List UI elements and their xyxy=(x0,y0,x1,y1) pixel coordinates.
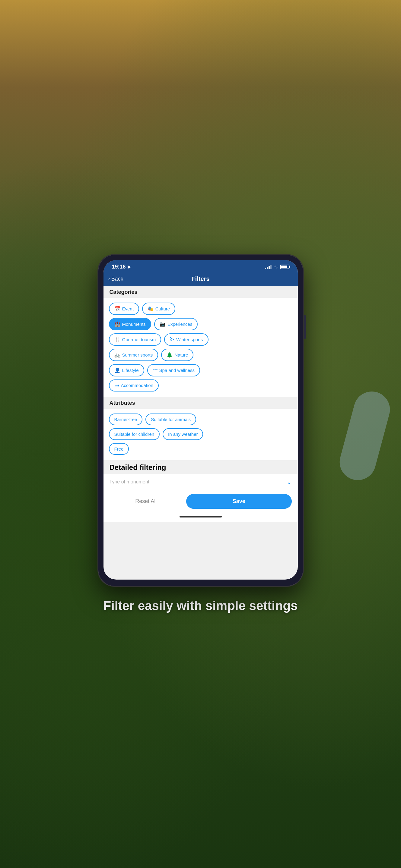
chip-suitable-animals[interactable]: Suitable for animals xyxy=(145,413,196,425)
experiences-icon: 📷 xyxy=(160,321,166,327)
summer-sports-icon: 🚲 xyxy=(114,352,120,358)
chip-free[interactable]: Free xyxy=(109,443,129,455)
categories-section-header: Categories xyxy=(104,286,298,298)
chip-accommodation[interactable]: 🛏 Accommodation xyxy=(109,379,159,392)
back-button[interactable]: ‹ Back xyxy=(108,276,123,282)
chip-barrier-free-label: Barrier-free xyxy=(114,417,137,422)
chip-spa-wellness-label: Spa and wellness xyxy=(159,368,195,373)
categories-chips-row-6: 🛏 Accommodation xyxy=(109,379,292,392)
attributes-chips-row-1: Barrier-free Suitable for animals xyxy=(109,413,292,425)
battery-icon xyxy=(280,265,289,269)
detailed-filtering-header: Detailed filtering xyxy=(104,460,298,474)
tagline: Filter easily with simple settings xyxy=(91,598,310,613)
attributes-title: Attributes xyxy=(110,400,292,406)
status-icons: ∿ xyxy=(265,264,289,270)
chip-event-label: Event xyxy=(122,306,134,311)
categories-section-body: 📅 Event 🎭 Culture 🏰 Monuments 📷 xyxy=(104,298,298,397)
chip-accommodation-label: Accommodation xyxy=(121,383,153,388)
categories-chips-row-2: 🏰 Monuments 📷 Experiences xyxy=(109,318,292,330)
status-bar: 19:16 ▶ ∿ xyxy=(104,260,298,273)
phone-screen: 19:16 ▶ ∿ xyxy=(104,260,298,580)
chip-nature-label: Nature xyxy=(174,352,188,358)
lifestyle-icon: 👤 xyxy=(114,367,120,373)
nav-bar: ‹ Back Filters xyxy=(104,273,298,286)
gourmet-icon: 🍴 xyxy=(114,337,120,342)
chip-free-label: Free xyxy=(114,446,124,452)
categories-title: Categories xyxy=(110,289,292,296)
chip-gourmet-label: Gourmet tourism xyxy=(122,337,156,342)
chip-gourmet-tourism[interactable]: 🍴 Gourmet tourism xyxy=(109,333,162,346)
status-time: 19:16 ▶ xyxy=(112,264,131,270)
chip-any-weather-label: In any weather xyxy=(168,432,198,437)
categories-chips-row-4: 🚲 Summer sports 🌲 Nature xyxy=(109,349,292,361)
navigation-arrow-icon: ▶ xyxy=(127,264,131,269)
chip-experiences-label: Experiences xyxy=(168,321,193,327)
attributes-section-header: Attributes xyxy=(104,397,298,409)
type-of-monument-dropdown[interactable]: Type of monument ⌄ xyxy=(104,474,298,490)
chip-culture-label: Culture xyxy=(155,306,170,311)
home-indicator xyxy=(104,514,298,522)
phone-wrapper: 19:16 ▶ ∿ xyxy=(90,255,311,613)
categories-chips-row-5: 👤 Lifestyle 〰 Spa and wellness xyxy=(109,364,292,376)
chip-any-weather[interactable]: In any weather xyxy=(163,428,203,440)
chip-winter-sports-label: Winter sports xyxy=(176,337,203,342)
detailed-filtering-title: Detailed filtering xyxy=(110,463,292,472)
back-label: Back xyxy=(111,276,123,282)
chip-lifestyle-label: Lifestyle xyxy=(122,368,139,373)
monuments-icon: 🏰 xyxy=(114,321,120,327)
categories-chips-row-3: 🍴 Gourmet tourism ⛷ Winter sports xyxy=(109,333,292,346)
spa-wellness-icon: 〰 xyxy=(153,367,157,373)
chip-summer-sports[interactable]: 🚲 Summer sports xyxy=(109,349,159,361)
reset-all-button[interactable]: Reset All xyxy=(110,494,182,509)
chip-experiences[interactable]: 📷 Experiences xyxy=(154,318,198,330)
phone-frame: 19:16 ▶ ∿ xyxy=(98,255,303,586)
chip-lifestyle[interactable]: 👤 Lifestyle xyxy=(109,364,144,376)
nature-icon: 🌲 xyxy=(167,352,173,358)
bottom-bar: Reset All Save xyxy=(104,490,298,514)
culture-icon: 🎭 xyxy=(147,306,153,312)
chip-suitable-animals-label: Suitable for animals xyxy=(151,417,191,422)
time-display: 19:16 xyxy=(112,264,126,270)
back-chevron-icon: ‹ xyxy=(108,276,110,282)
chip-monuments-label: Monuments xyxy=(122,321,146,327)
attributes-section-body: Barrier-free Suitable for animals Suitab… xyxy=(104,409,298,460)
signal-icon xyxy=(265,264,271,269)
accommodation-icon: 🛏 xyxy=(114,383,119,388)
chip-summer-sports-label: Summer sports xyxy=(122,352,153,358)
chip-suitable-children-label: Suitable for children xyxy=(114,432,154,437)
wifi-icon: ∿ xyxy=(274,264,278,270)
winter-sports-icon: ⛷ xyxy=(170,337,174,342)
dropdown-arrow-icon: ⌄ xyxy=(287,478,292,486)
chip-winter-sports[interactable]: ⛷ Winter sports xyxy=(164,333,208,346)
save-button[interactable]: Save xyxy=(186,494,292,509)
categories-chips-row-1: 📅 Event 🎭 Culture xyxy=(109,303,292,315)
home-bar xyxy=(179,516,222,518)
chip-monuments[interactable]: 🏰 Monuments xyxy=(109,318,151,330)
chip-spa-wellness[interactable]: 〰 Spa and wellness xyxy=(147,364,200,376)
chip-event[interactable]: 📅 Event xyxy=(109,303,139,315)
chip-culture[interactable]: 🎭 Culture xyxy=(142,303,175,315)
chip-barrier-free[interactable]: Barrier-free xyxy=(109,413,143,425)
attributes-chips-row-3: Free xyxy=(109,443,292,455)
event-icon: 📅 xyxy=(114,306,120,312)
nav-title: Filters xyxy=(191,276,209,282)
attributes-chips-row-2: Suitable for children In any weather xyxy=(109,428,292,440)
chip-suitable-children[interactable]: Suitable for children xyxy=(109,428,160,440)
dropdown-label: Type of monument xyxy=(110,479,150,485)
chip-nature[interactable]: 🌲 Nature xyxy=(161,349,193,361)
